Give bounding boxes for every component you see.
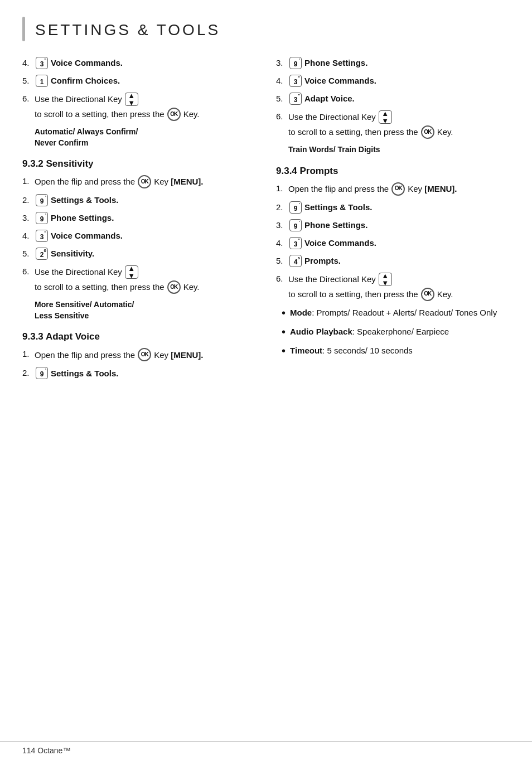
list-item: 2. ' 9 Settings & Tools. <box>22 367 256 379</box>
step-content: Use the Directional Key ▲▼ to scroll to … <box>288 273 510 301</box>
section-933-steps: 1. Open the flip and press the OK Key [M… <box>22 348 256 379</box>
step-text: Use the Directional Key <box>288 273 376 285</box>
key-3-icon: " 3 <box>289 93 302 105</box>
step-num: 6. <box>276 273 288 285</box>
bullet-item-audio: • Audio Playback: Speakerphone/ Earpiece <box>282 326 510 340</box>
step-text: to scroll to a setting, then press the <box>288 126 418 138</box>
footer-text: 114 Octane™ <box>22 746 70 755</box>
step-text: Key [MENU]. <box>154 349 203 361</box>
page-title: SETTINGS & TOOLS <box>35 17 220 41</box>
step-content: ' 9 Settings & Tools. <box>35 194 256 206</box>
step-content: Use the Directional Key ▲▼ to scroll to … <box>35 93 256 121</box>
step-label: Confirm Choices. <box>51 75 120 87</box>
left-column: 4. " 3 Voice Commands. 5. 1 <box>22 57 276 385</box>
bullet-item-timeout: • Timeout: 5 seconds/ 10 seconds <box>282 345 510 359</box>
key-1-icon: 1 <box>36 75 48 87</box>
list-item: 3. ' 9 Phone Settings. <box>22 212 256 224</box>
step-label: Sensitivity. <box>51 248 94 260</box>
bullet-dot: • <box>282 343 286 359</box>
step-label: Voice Commands. <box>304 75 376 87</box>
step-text: Use the Directional Key <box>35 93 122 105</box>
step-content: 1 Confirm Choices. <box>35 75 256 87</box>
step-content: ' 9 Phone Settings. <box>288 57 510 69</box>
step-text: Key. <box>183 108 200 120</box>
header-bar <box>22 17 25 41</box>
key-3-icon: " 3 <box>289 75 302 87</box>
section-932-steps: 1. Open the flip and press the OK Key [M… <box>22 175 256 294</box>
step-content: Open the flip and press the OK Key [MENU… <box>35 348 256 361</box>
step-num: 6. <box>22 265 35 278</box>
step-text: Open the flip and press the <box>35 176 135 188</box>
list-item: 5. 0 2 Sensitivity. <box>22 248 256 260</box>
ok-key-icon: OK <box>138 348 151 361</box>
step-content: ' 9 Phone Settings. <box>288 219 510 231</box>
step-subtext: Train Words/ Train Digits <box>288 144 510 156</box>
step-label: Adapt Voice. <box>304 93 355 105</box>
step-content: ' 9 Settings & Tools. <box>288 201 510 214</box>
step-content: Open the flip and press the OK Key [MENU… <box>288 182 510 196</box>
list-item: 1. Open the flip and press the OK Key [M… <box>22 348 256 361</box>
bullet-text: Mode: Prompts/ Readout + Alerts/ Readout… <box>290 307 497 319</box>
page-header: SETTINGS & TOOLS <box>22 17 510 41</box>
step-num: 5. <box>276 255 288 267</box>
step-num: 1. <box>276 182 288 195</box>
list-item: 1. Open the flip and press the OK Key [M… <box>276 182 510 196</box>
step-text: Use the Directional Key <box>288 111 376 123</box>
step-text: Key. <box>437 288 453 301</box>
step-label: Voice Commands. <box>304 237 376 249</box>
step-num: 5. <box>22 75 35 87</box>
key-3-icon: " 3 <box>36 57 48 69</box>
step-label: Phone Settings. <box>304 219 367 231</box>
step-num: 4. <box>22 230 35 242</box>
list-item: 5. 1 Confirm Choices. <box>22 75 256 87</box>
list-item: 4. " 3 Voice Commands. <box>276 237 510 249</box>
key-9-icon: ' 9 <box>289 201 302 214</box>
step-num: 3. <box>276 57 288 69</box>
step-label: Prompts. <box>304 255 341 267</box>
step-text: Key [MENU]. <box>154 176 203 188</box>
step-num: 5. <box>276 93 288 105</box>
list-item: 6. Use the Directional Key ▲▼ to scroll … <box>276 273 510 301</box>
key-9-icon: ' 9 <box>36 212 48 224</box>
step-content: s 4 Prompts. <box>288 255 510 267</box>
step-subtext: More Sensitive/ Automatic/Less Sensitive <box>35 299 256 321</box>
step-content: Use the Directional Key ▲▼ to scroll to … <box>288 110 510 139</box>
key-3-icon: " 3 <box>36 230 48 242</box>
step-num: 4. <box>22 57 35 69</box>
step-text: to scroll to a setting, then press the <box>35 281 165 293</box>
intro-steps-left: 4. " 3 Voice Commands. 5. 1 <box>22 57 256 121</box>
step-label: Settings & Tools. <box>304 201 372 214</box>
list-item: 5. " 3 Adapt Voice. <box>276 93 510 105</box>
step-label: Settings & Tools. <box>51 194 118 206</box>
step-content: " 3 Voice Commands. <box>35 57 256 69</box>
ok-key-icon: OK <box>421 288 434 301</box>
directional-key-icon: ▲▼ <box>125 265 138 279</box>
step-text: Open the flip and press the <box>288 183 389 195</box>
list-item: 6. Use the Directional Key ▲▼ to scroll … <box>22 93 256 121</box>
step-content: " 3 Voice Commands. <box>35 230 256 242</box>
section-932-title: 9.3.2 Sensitivity <box>22 158 256 170</box>
list-item: 6. Use the Directional Key ▲▼ to scroll … <box>276 110 510 139</box>
step-content: Open the flip and press the OK Key [MENU… <box>35 175 256 188</box>
ok-key-icon: OK <box>391 182 405 196</box>
ok-key-icon: OK <box>421 125 434 139</box>
list-item: 6. Use the Directional Key ▲▼ to scroll … <box>22 265 256 294</box>
key-9-icon: ' 9 <box>289 57 302 69</box>
ok-key-icon: OK <box>167 280 181 294</box>
step-text: Use the Directional Key <box>35 266 122 278</box>
step-label: Phone Settings. <box>304 57 367 69</box>
step-content: ' 9 Phone Settings. <box>35 212 256 224</box>
section-934-bullets: • Mode: Prompts/ Readout + Alerts/ Reado… <box>282 307 510 359</box>
step-label: Settings & Tools. <box>51 367 118 380</box>
list-item: 4. " 3 Voice Commands. <box>22 57 256 69</box>
step-content: ' 9 Settings & Tools. <box>35 367 256 379</box>
step-num: 6. <box>22 93 35 105</box>
section-934-title: 9.3.4 Prompts <box>276 166 510 177</box>
step-num: 1. <box>22 348 35 360</box>
footer: 114 Octane™ <box>0 741 532 755</box>
step-num: 3. <box>276 219 288 231</box>
step-num: 4. <box>276 75 288 87</box>
step-text: Key [MENU]. <box>408 183 457 195</box>
ok-key-icon: OK <box>167 108 181 121</box>
step-num: 5. <box>22 248 35 260</box>
